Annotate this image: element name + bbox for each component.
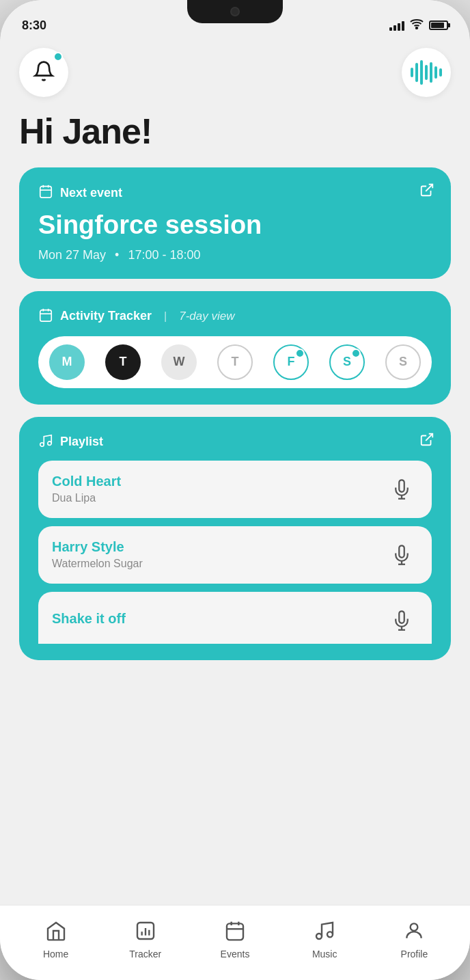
svg-point-29 (411, 923, 418, 931)
top-row (19, 48, 451, 97)
playlist-header: Playlist (38, 433, 432, 451)
status-time: 8:30 (22, 18, 46, 33)
nav-tracker[interactable]: Tracker (100, 920, 190, 959)
song-3-title: Shake it off (52, 611, 126, 627)
nav-home-label: Home (43, 949, 68, 959)
nav-events-label: Events (221, 949, 250, 959)
next-event-label: Next event (60, 186, 122, 200)
svg-rect-1 (40, 187, 52, 198)
svg-rect-23 (227, 923, 243, 940)
playlist-card[interactable]: Playlist Cold Heart Dua Lipa (19, 417, 451, 660)
profile-icon (403, 920, 425, 944)
nav-profile-label: Profile (401, 949, 428, 959)
nav-music[interactable]: Music (280, 920, 370, 959)
song-item-1[interactable]: Cold Heart Dua Lipa (38, 461, 432, 518)
tracker-label: Activity Tracker (60, 309, 152, 323)
signal-icon (389, 20, 404, 31)
nav-tracker-label: Tracker (129, 949, 161, 959)
day-sunday[interactable]: S (385, 344, 421, 380)
song-2-artist: Watermelon Sugar (52, 558, 143, 570)
phone-inner: 8:30 (0, 0, 470, 980)
song-2-title: Harry Style (52, 539, 143, 555)
day-wednesday[interactable]: W (161, 344, 197, 380)
voice-button[interactable] (402, 48, 451, 97)
next-event-header: Next event (38, 184, 432, 202)
expand-event-button[interactable] (419, 182, 434, 200)
song-3-mic-button[interactable] (385, 604, 418, 637)
next-event-card[interactable]: Next event Singforce session Mon 27 May … (19, 167, 451, 279)
day-tuesday[interactable]: T (105, 344, 141, 380)
content-area[interactable]: Hi Jane! Next event Singforce session Mo… (0, 41, 470, 905)
song-2-info: Harry Style Watermelon Sugar (52, 539, 143, 570)
battery-icon (429, 21, 448, 30)
calendar-icon (38, 184, 53, 202)
day-monday[interactable]: M (49, 344, 85, 380)
music-icon (38, 433, 53, 451)
song-2-mic-button[interactable] (385, 539, 418, 571)
events-icon (224, 920, 246, 944)
day-saturday[interactable]: S (329, 344, 365, 380)
camera (230, 7, 240, 16)
nav-music-label: Music (312, 949, 337, 959)
playlist-label: Playlist (60, 435, 103, 449)
tracker-view-label: 7-day view (179, 310, 234, 323)
svg-point-10 (40, 443, 44, 447)
greeting-text: Hi Jane! (19, 112, 451, 151)
svg-point-11 (48, 441, 52, 446)
song-3-info: Shake it off (52, 611, 126, 629)
day-thursday[interactable]: T (217, 344, 253, 380)
song-1-artist: Dua Lipa (52, 492, 121, 504)
bell-icon (33, 60, 55, 85)
svg-point-27 (316, 934, 322, 939)
song-item-3[interactable]: Shake it off (38, 592, 432, 644)
nav-events[interactable]: Events (190, 920, 279, 959)
tracker-calendar-icon (38, 308, 53, 325)
event-title: Singforce session (38, 211, 432, 240)
event-date: Mon 27 May (38, 248, 106, 262)
day-friday[interactable]: F (273, 344, 309, 380)
svg-point-0 (416, 27, 417, 29)
song-1-info: Cold Heart Dua Lipa (52, 474, 121, 504)
event-time: 17:00 - 18:00 (128, 248, 200, 262)
svg-line-5 (426, 185, 432, 191)
home-icon (45, 920, 67, 944)
music-nav-icon (314, 920, 335, 944)
notch (187, 0, 283, 23)
bell-button[interactable] (19, 48, 68, 97)
days-row: M T W T F S S (38, 336, 432, 388)
activity-tracker-card[interactable]: Activity Tracker | 7-day view M T W T F … (19, 291, 451, 405)
svg-rect-6 (40, 310, 52, 322)
song-item-2[interactable]: Harry Style Watermelon Sugar (38, 526, 432, 584)
expand-playlist-button[interactable] (419, 432, 434, 450)
svg-point-28 (327, 931, 333, 937)
wifi-icon (410, 18, 424, 32)
bell-notification-dot (53, 52, 63, 62)
phone-frame: 8:30 (0, 0, 470, 980)
svg-line-12 (426, 434, 432, 441)
song-1-mic-button[interactable] (385, 473, 418, 506)
tracker-header: Activity Tracker | 7-day view (38, 308, 432, 325)
nav-home[interactable]: Home (11, 920, 100, 959)
voice-wave-icon (411, 60, 442, 85)
bottom-nav: Home Tracker Events Music (0, 905, 470, 980)
status-icons (389, 18, 448, 32)
event-details: Mon 27 May • 17:00 - 18:00 (38, 248, 432, 262)
tracker-icon (135, 920, 156, 944)
song-1-title: Cold Heart (52, 474, 121, 489)
nav-profile[interactable]: Profile (370, 920, 459, 959)
